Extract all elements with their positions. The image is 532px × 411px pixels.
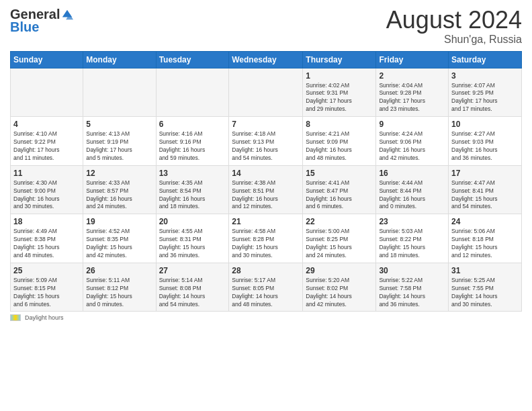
day-number: 9 [379,120,445,129]
day-info: Sunrise: 4:35 AM Sunset: 8:54 PM Dayligh… [159,179,226,212]
day-info: Sunrise: 4:52 AM Sunset: 8:35 PM Dayligh… [86,228,152,260]
calendar-day-cell: 14Sunrise: 4:38 AM Sunset: 8:51 PM Dayli… [229,165,303,214]
calendar-day-cell: 10Sunrise: 4:27 AM Sunset: 9:03 PM Dayli… [449,117,522,166]
calendar-day-cell: 29Sunrise: 5:20 AM Sunset: 8:02 PM Dayli… [303,263,376,312]
day-info: Sunrise: 4:30 AM Sunset: 9:00 PM Dayligh… [13,179,80,212]
calendar-header-row: SundayMondayTuesdayWednesdayThursdayFrid… [11,51,522,68]
day-info: Sunrise: 4:49 AM Sunset: 8:38 PM Dayligh… [13,228,80,260]
calendar-day-cell: 19Sunrise: 4:52 AM Sunset: 8:35 PM Dayli… [83,214,156,263]
calendar-header-monday: Monday [83,51,156,68]
page: General Blue August 2024 Shun'ga, Russia… [0,0,532,411]
daylight-swatch [10,314,21,321]
calendar-day-cell: 5Sunrise: 4:13 AM Sunset: 9:19 PM Daylig… [83,117,156,166]
day-number: 2 [379,71,445,81]
calendar-header-wednesday: Wednesday [229,51,303,68]
day-info: Sunrise: 5:09 AM Sunset: 8:15 PM Dayligh… [13,277,80,309]
calendar-week-row: 4Sunrise: 4:10 AM Sunset: 9:22 PM Daylig… [11,117,522,166]
day-info: Sunrise: 5:03 AM Sunset: 8:22 PM Dayligh… [379,228,445,260]
day-info: Sunrise: 4:21 AM Sunset: 9:09 PM Dayligh… [306,130,373,163]
day-info: Sunrise: 4:41 AM Sunset: 8:47 PM Dayligh… [306,179,373,212]
day-number: 13 [159,169,226,178]
day-info: Sunrise: 4:18 AM Sunset: 9:13 PM Dayligh… [232,130,300,163]
calendar-day-cell [83,68,156,117]
day-info: Sunrise: 5:14 AM Sunset: 8:08 PM Dayligh… [159,277,226,309]
day-info: Sunrise: 5:06 AM Sunset: 8:18 PM Dayligh… [451,228,519,260]
day-number: 27 [159,266,226,275]
calendar-day-cell: 9Sunrise: 4:24 AM Sunset: 9:06 PM Daylig… [376,117,449,166]
day-number: 4 [13,120,80,129]
day-info: Sunrise: 4:44 AM Sunset: 8:44 PM Dayligh… [379,179,445,212]
day-number: 24 [451,217,519,226]
day-info: Sunrise: 4:33 AM Sunset: 8:57 PM Dayligh… [86,179,152,212]
day-info: Sunrise: 5:00 AM Sunset: 8:25 PM Dayligh… [306,228,373,260]
calendar-day-cell [156,68,229,117]
logo-blue: Blue [10,19,39,35]
calendar-day-cell: 28Sunrise: 5:17 AM Sunset: 8:05 PM Dayli… [229,263,303,312]
calendar-day-cell: 24Sunrise: 5:06 AM Sunset: 8:18 PM Dayli… [449,214,522,263]
day-number: 3 [451,71,519,81]
footer-label: Daylight hours [25,314,64,321]
day-info: Sunrise: 4:04 AM Sunset: 9:28 PM Dayligh… [379,82,445,114]
day-info: Sunrise: 4:02 AM Sunset: 9:31 PM Dayligh… [306,82,373,114]
calendar-day-cell: 27Sunrise: 5:14 AM Sunset: 8:08 PM Dayli… [156,263,229,312]
logo: General Blue [10,7,73,35]
day-number: 6 [159,120,226,129]
calendar-day-cell: 12Sunrise: 4:33 AM Sunset: 8:57 PM Dayli… [83,165,156,214]
calendar-day-cell: 11Sunrise: 4:30 AM Sunset: 9:00 PM Dayli… [11,165,83,214]
day-info: Sunrise: 4:38 AM Sunset: 8:51 PM Dayligh… [232,179,300,212]
day-info: Sunrise: 4:58 AM Sunset: 8:28 PM Dayligh… [232,228,300,260]
calendar-week-row: 11Sunrise: 4:30 AM Sunset: 9:00 PM Dayli… [11,165,522,214]
day-number: 16 [379,169,445,178]
day-info: Sunrise: 4:10 AM Sunset: 9:22 PM Dayligh… [13,130,80,163]
day-number: 26 [86,266,152,275]
day-number: 7 [232,120,300,129]
calendar-week-row: 1Sunrise: 4:02 AM Sunset: 9:31 PM Daylig… [11,68,522,117]
title-section: August 2024 Shun'ga, Russia [386,7,522,46]
day-number: 18 [13,217,80,226]
day-info: Sunrise: 4:16 AM Sunset: 9:16 PM Dayligh… [159,130,226,163]
footer: Daylight hours [10,314,522,321]
calendar-day-cell: 21Sunrise: 4:58 AM Sunset: 8:28 PM Dayli… [229,214,303,263]
calendar-day-cell: 13Sunrise: 4:35 AM Sunset: 8:54 PM Dayli… [156,165,229,214]
calendar-day-cell: 20Sunrise: 4:55 AM Sunset: 8:31 PM Dayli… [156,214,229,263]
day-number: 14 [232,169,300,178]
day-info: Sunrise: 5:11 AM Sunset: 8:12 PM Dayligh… [86,277,152,309]
day-number: 28 [232,266,300,275]
calendar-week-row: 18Sunrise: 4:49 AM Sunset: 8:38 PM Dayli… [11,214,522,263]
calendar-day-cell: 30Sunrise: 5:22 AM Sunset: 7:58 PM Dayli… [376,263,449,312]
calendar-header-tuesday: Tuesday [156,51,229,68]
calendar-day-cell [229,68,303,117]
day-number: 23 [379,217,445,226]
calendar-day-cell [11,68,83,117]
calendar-table: SundayMondayTuesdayWednesdayThursdayFrid… [10,51,522,312]
day-number: 22 [306,217,373,226]
day-number: 1 [306,71,373,81]
day-info: Sunrise: 4:55 AM Sunset: 8:31 PM Dayligh… [159,228,226,260]
day-number: 12 [86,169,152,178]
calendar-day-cell: 17Sunrise: 4:47 AM Sunset: 8:41 PM Dayli… [449,165,522,214]
day-number: 25 [13,266,80,275]
calendar-day-cell: 25Sunrise: 5:09 AM Sunset: 8:15 PM Dayli… [11,263,83,312]
calendar-header-friday: Friday [376,51,449,68]
calendar-header-thursday: Thursday [303,51,376,68]
logo-icon [61,9,73,21]
day-number: 8 [306,120,373,129]
day-number: 5 [86,120,152,129]
day-number: 10 [451,120,519,129]
calendar-day-cell: 3Sunrise: 4:07 AM Sunset: 9:25 PM Daylig… [449,68,522,117]
day-info: Sunrise: 4:07 AM Sunset: 9:25 PM Dayligh… [451,82,519,114]
calendar-header-saturday: Saturday [449,51,522,68]
calendar-day-cell: 7Sunrise: 4:18 AM Sunset: 9:13 PM Daylig… [229,117,303,166]
day-info: Sunrise: 5:25 AM Sunset: 7:55 PM Dayligh… [451,277,519,309]
day-info: Sunrise: 4:13 AM Sunset: 9:19 PM Dayligh… [86,130,152,163]
calendar-header-sunday: Sunday [11,51,83,68]
calendar-day-cell: 8Sunrise: 4:21 AM Sunset: 9:09 PM Daylig… [303,117,376,166]
calendar-day-cell: 16Sunrise: 4:44 AM Sunset: 8:44 PM Dayli… [376,165,449,214]
day-number: 30 [379,266,445,275]
day-number: 21 [232,217,300,226]
calendar-day-cell: 15Sunrise: 4:41 AM Sunset: 8:47 PM Dayli… [303,165,376,214]
month-year-title: August 2024 [386,7,522,34]
location-title: Shun'ga, Russia [386,34,522,46]
day-info: Sunrise: 4:27 AM Sunset: 9:03 PM Dayligh… [451,130,519,163]
calendar-day-cell: 4Sunrise: 4:10 AM Sunset: 9:22 PM Daylig… [11,117,83,166]
